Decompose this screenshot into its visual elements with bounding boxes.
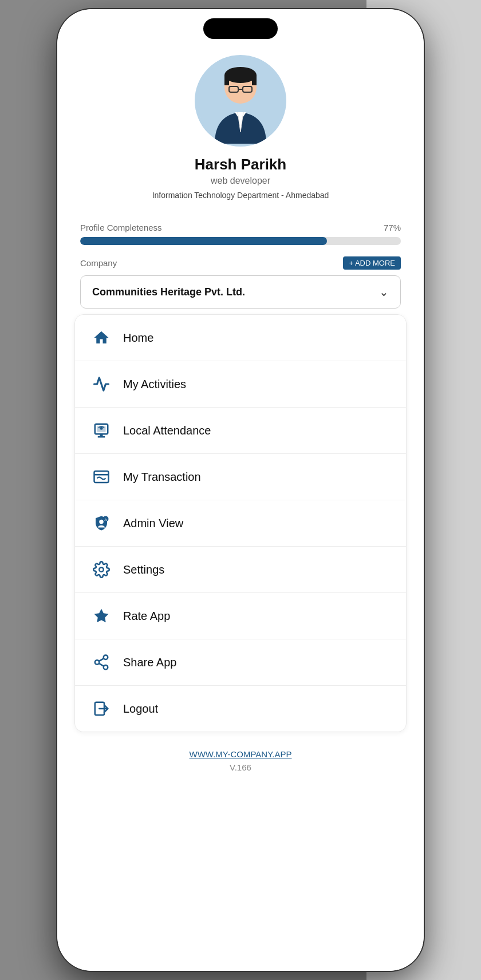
svg-point-2 [224, 67, 257, 83]
company-header: Company + ADD MORE [80, 256, 401, 270]
attendance-icon [91, 420, 112, 441]
chevron-down-icon: ⌄ [379, 285, 389, 299]
menu-item-local-attendance[interactable]: Local Attendance [75, 408, 406, 454]
menu-item-settings[interactable]: Settings [75, 547, 406, 593]
svg-point-14 [99, 520, 104, 524]
completeness-label: Profile Completeness [80, 223, 162, 232]
footer-version: V.166 [230, 762, 251, 772]
menu-label-home: Home [123, 331, 153, 345]
profile-section: Harsh Parikh web developer Information T… [57, 49, 424, 223]
screen-content: Harsh Parikh web developer Information T… [57, 9, 424, 971]
menu-item-logout[interactable]: Logout [75, 686, 406, 732]
user-name: Harsh Parikh [195, 156, 286, 173]
star-icon [91, 606, 112, 626]
activity-icon [91, 374, 112, 394]
svg-rect-4 [252, 75, 257, 85]
completeness-section: Profile Completeness 77% [57, 223, 424, 245]
logout-icon [91, 698, 112, 719]
company-section: Company + ADD MORE Communities Heritage … [57, 256, 424, 309]
svg-rect-13 [94, 471, 109, 483]
svg-point-20 [95, 660, 100, 665]
user-role: web developer [211, 176, 270, 186]
dynamic-island [203, 18, 278, 39]
menu-label-rate-app: Rate App [123, 610, 170, 623]
menu-item-share-app[interactable]: Share App [75, 639, 406, 686]
menu-item-admin-view[interactable]: A Admin View [75, 500, 406, 547]
menu-label-my-activities: My Activities [123, 378, 186, 391]
company-label: Company [80, 258, 117, 268]
progress-bar-background [80, 237, 401, 245]
menu-label-local-attendance: Local Attendance [123, 424, 211, 437]
menu-label-my-transaction: My Transaction [123, 471, 201, 484]
menu-label-share-app: Share App [123, 656, 176, 669]
footer-section: WWW.MY-COMPANY.APP V.166 [57, 738, 424, 784]
menu-label-logout: Logout [123, 702, 158, 716]
svg-point-10 [100, 427, 103, 430]
menu-item-home[interactable]: Home [75, 315, 406, 361]
add-more-button[interactable]: + ADD MORE [343, 256, 401, 270]
admin-icon: A [91, 513, 112, 534]
footer-link[interactable]: WWW.MY-COMPANY.APP [190, 749, 292, 759]
menu-section: Home My Activities [74, 314, 407, 732]
completeness-value: 77% [384, 223, 401, 232]
settings-icon [91, 559, 112, 580]
svg-marker-18 [94, 609, 109, 623]
share-icon [91, 652, 112, 673]
menu-item-my-activities[interactable]: My Activities [75, 361, 406, 408]
svg-line-23 [99, 658, 104, 661]
svg-point-17 [99, 567, 104, 572]
avatar [195, 55, 286, 147]
menu-label-admin-view: Admin View [123, 517, 183, 530]
phone-frame: Harsh Parikh web developer Information T… [57, 9, 424, 971]
menu-item-my-transaction[interactable]: My Transaction [75, 454, 406, 500]
home-icon [91, 327, 112, 348]
svg-line-22 [99, 663, 104, 666]
user-department: Information Technology Department - Ahme… [152, 191, 329, 200]
svg-rect-3 [224, 75, 229, 85]
progress-bar-fill [80, 237, 327, 245]
company-dropdown[interactable]: Communities Heritage Pvt. Ltd. ⌄ [80, 275, 401, 309]
phone-screen: Harsh Parikh web developer Information T… [57, 9, 424, 971]
company-name: Communities Heritage Pvt. Ltd. [92, 286, 245, 298]
avatar-image [198, 58, 283, 144]
svg-point-19 [104, 655, 108, 660]
svg-rect-11 [100, 434, 103, 436]
svg-point-21 [104, 665, 108, 670]
svg-text:A: A [104, 517, 107, 521]
transaction-icon [91, 467, 112, 487]
menu-item-rate-app[interactable]: Rate App [75, 593, 406, 639]
completeness-header: Profile Completeness 77% [80, 223, 401, 232]
menu-label-settings: Settings [123, 563, 164, 576]
